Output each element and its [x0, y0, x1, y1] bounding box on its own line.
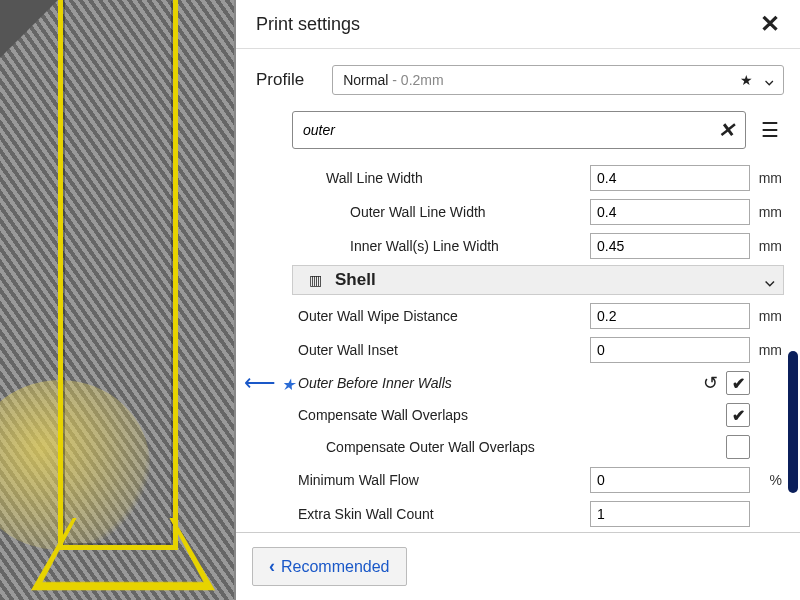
section-shell[interactable]: ▥ Shell ⌵ [292, 265, 784, 295]
search-input[interactable] [303, 122, 718, 138]
profile-row: Profile Normal - 0.2mm ★ ⌵ [236, 49, 800, 107]
panel-header: Print settings ✕ [236, 0, 800, 49]
value-input[interactable] [590, 467, 750, 493]
checkbox[interactable]: ✔ [726, 403, 750, 427]
value-input[interactable] [590, 303, 750, 329]
search-row: ✕ ☰ [236, 107, 800, 161]
preview-viewport[interactable] [0, 0, 236, 600]
scrollbar-thumb[interactable] [788, 351, 798, 493]
setting-extra-skin-wall-count: Extra Skin Wall Count [236, 497, 784, 531]
setting-label: Inner Wall(s) Line Width [236, 238, 590, 254]
checkbox[interactable] [726, 435, 750, 459]
profile-select[interactable]: Normal - 0.2mm ★ ⌵ [332, 65, 784, 95]
setting-label: Minimum Wall Flow [236, 472, 590, 488]
callout-arrow-icon: ⟵ [244, 376, 276, 390]
profile-label: Profile [256, 70, 304, 90]
value-input[interactable] [590, 165, 750, 191]
checkbox[interactable]: ✔ [726, 371, 750, 395]
setting-minimum-wall-flow: Minimum Wall Flow % [236, 463, 784, 497]
close-icon[interactable]: ✕ [756, 10, 784, 38]
setting-label: Extra Skin Wall Count [236, 506, 590, 522]
setting-label: Outer Wall Line Width [236, 204, 590, 220]
clear-search-icon[interactable]: ✕ [718, 118, 735, 142]
settings-body: Wall Line Width mm Outer Wall Line Width… [236, 161, 800, 532]
section-title: Shell [329, 270, 765, 290]
check-icon: ✔ [732, 406, 745, 425]
chevron-down-icon[interactable]: ⌵ [765, 72, 773, 88]
search-box[interactable]: ✕ [292, 111, 746, 149]
unit-label: mm [750, 342, 784, 358]
chevron-down-icon: ⌵ [765, 271, 775, 290]
unit-label: % [750, 472, 784, 488]
recommended-button[interactable]: ‹ Recommended [252, 547, 407, 586]
print-settings-panel: Print settings ✕ Profile Normal - 0.2mm … [236, 0, 800, 600]
setting-label: Outer Wall Inset [236, 342, 590, 358]
chevron-left-icon: ‹ [269, 556, 275, 577]
unit-label: mm [750, 170, 784, 186]
hamburger-icon[interactable]: ☰ [756, 118, 784, 142]
shell-icon: ▥ [301, 272, 329, 288]
value-input[interactable] [590, 501, 750, 527]
unit-label: mm [750, 238, 784, 254]
value-input[interactable] [590, 233, 750, 259]
check-icon: ✔ [732, 374, 745, 393]
panel-title: Print settings [256, 14, 756, 35]
setting-label: Compensate Wall Overlaps [236, 407, 724, 423]
setting-label: ★Outer Before Inner Walls [236, 375, 703, 391]
setting-outer-wall-wipe-distance: Outer Wall Wipe Distance mm [236, 299, 784, 333]
unit-label: mm [750, 204, 784, 220]
setting-compensate-wall-overlaps: Compensate Wall Overlaps ✔ [236, 399, 784, 431]
profile-detail: - 0.2mm [392, 72, 443, 88]
setting-outer-before-inner-walls: ★Outer Before Inner Walls ↺ ✔ ⟵ [236, 367, 784, 399]
setting-wall-line-width: Wall Line Width mm [236, 161, 784, 195]
setting-outer-wall-inset: Outer Wall Inset mm [236, 333, 784, 367]
unit-label: mm [750, 308, 784, 324]
footer: ‹ Recommended [236, 532, 800, 600]
profile-name: Normal [343, 72, 388, 88]
value-input[interactable] [590, 199, 750, 225]
setting-label: Outer Wall Wipe Distance [236, 308, 590, 324]
setting-inner-walls-line-width: Inner Wall(s) Line Width mm [236, 229, 784, 263]
star-icon[interactable]: ★ [740, 72, 753, 88]
preview-outline [58, 0, 178, 550]
setting-compensate-outer-wall-overlaps: Compensate Outer Wall Overlaps [236, 431, 784, 463]
recommended-label: Recommended [281, 558, 390, 576]
settings-list: Wall Line Width mm Outer Wall Line Width… [236, 161, 800, 532]
modified-star-icon: ★ [278, 375, 298, 394]
reset-icon[interactable]: ↺ [703, 372, 718, 394]
setting-label: Wall Line Width [236, 170, 590, 186]
setting-label: Compensate Outer Wall Overlaps [236, 439, 724, 455]
value-input[interactable] [590, 337, 750, 363]
setting-outer-wall-line-width: Outer Wall Line Width mm [236, 195, 784, 229]
